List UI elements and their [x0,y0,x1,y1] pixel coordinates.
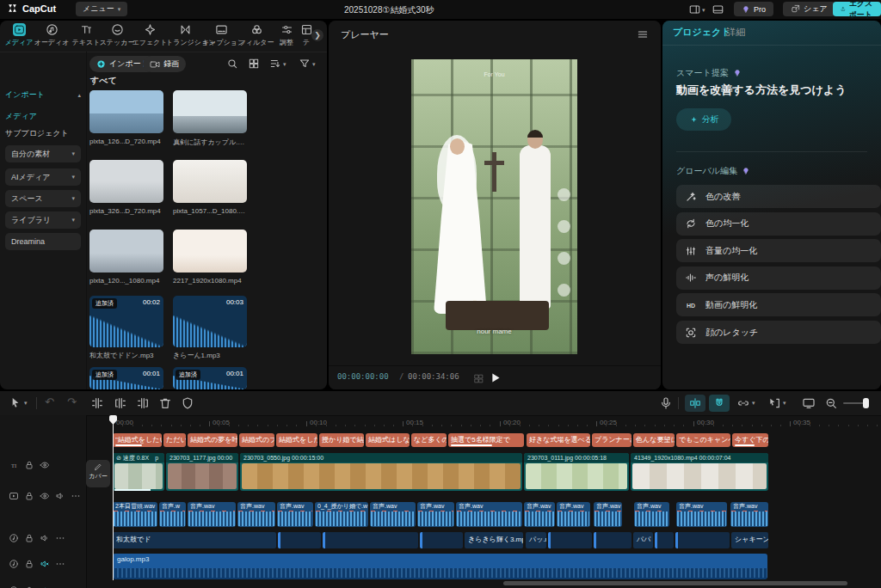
pro-badge[interactable]: Pro [734,2,773,16]
ti-icon[interactable]: TI [9,460,19,470]
sidebar-item-インポート[interactable]: インポート▴ [5,89,81,101]
play-button[interactable] [489,371,502,384]
voice-clip[interactable]: 音声.wav [456,502,522,527]
global-edit-音量の均一化[interactable]: 音量の均一化 [676,239,881,262]
mask-icon[interactable] [181,396,194,410]
global-edit-動画の鮮明化[interactable]: HD動画の鮮明化 [676,293,881,316]
media-thumbnail[interactable] [173,90,247,133]
speaker-icon[interactable] [55,491,65,501]
global-edit-色の均一化[interactable]: 色の均一化 [676,212,881,236]
lock-icon[interactable] [24,491,34,501]
lock-icon[interactable] [24,533,34,543]
zoom-out-icon[interactable] [824,396,838,410]
screen-preview-icon[interactable] [802,396,816,410]
chevron-down-icon[interactable]: ▾ [752,400,755,407]
undo-icon[interactable]: ↶ [45,395,54,408]
media-audio-tile[interactable]: 追加済00:01 [173,367,247,389]
voice-clip[interactable]: 音声.wav [417,502,454,527]
voice-clip[interactable]: 音声.wav [730,502,768,527]
tab-オーディオ[interactable]: オーディオ [33,23,71,47]
video-clip[interactable]: 41349_1920x1080.mp4 00:00:07:04 [631,453,768,491]
sfx-clip[interactable]: きらきら輝く3.mp3 [465,532,523,548]
text-clip[interactable]: 授かり婚で結婚式 [319,433,364,447]
lock-icon[interactable] [24,559,34,569]
sfx-clip[interactable]: 和太鼓でド [113,532,276,548]
chevron-down-icon[interactable]: ▾ [24,400,28,407]
split-icon[interactable] [90,396,104,410]
tabs-overflow-button[interactable]: ❯ [311,29,323,41]
track-header-sfx[interactable] [0,557,86,571]
delete-icon[interactable] [158,396,172,410]
eye-icon[interactable] [40,460,50,470]
text-clip[interactable]: 結婚式はしなくて [366,433,410,447]
voice-clip[interactable]: 音声.wav [188,502,236,527]
track-header-voice[interactable] [0,531,86,545]
sfx-clip[interactable]: パパ [633,532,653,548]
media-audio-tile[interactable]: 追加済00:02 [89,296,163,347]
voice-clip[interactable]: 音声.wav [524,502,555,527]
playhead-line[interactable] [113,415,114,580]
tab-project[interactable]: プロジェクト [673,26,731,39]
global-edit-色の改善[interactable]: 色の改善 [676,185,881,208]
player-layout-icon[interactable] [688,3,701,15]
text-clip[interactable]: 色んな要望に [633,433,675,447]
text-clip[interactable]: ただい [163,433,186,447]
sfx-clip[interactable] [655,532,674,548]
track-header-music[interactable] [0,584,86,588]
analyze-button[interactable]: 分析 [676,108,731,131]
sfx-clip[interactable] [278,532,321,548]
speaker-icon[interactable] [40,533,50,543]
voice-clip[interactable]: 音声.wav [557,502,590,527]
global-edit-声の鮮明化[interactable]: 声の鮮明化 [676,266,881,290]
auto-snap-toggle[interactable] [709,395,730,412]
text-clip[interactable]: 好きな式場を選べるか [527,433,590,447]
sfx-clip[interactable]: シャキーン1 [731,532,768,548]
media-thumbnail[interactable] [89,90,163,133]
sfx-clip[interactable] [594,532,631,548]
sfx-clip[interactable] [323,532,418,548]
timeline-zoom-knob[interactable] [863,398,869,408]
sidebar-item-スペース[interactable]: スペース▾ [5,190,81,207]
text-clip[interactable]: 今すぐ下の [732,433,768,447]
tab-トランジション[interactable]: トランジション [166,23,204,47]
cover-button[interactable]: カバー [86,460,110,487]
text-clip[interactable]: 抽選で5名様限定で [448,433,524,447]
video-clip[interactable]: ⊘ 速度 0.8X p [113,453,164,491]
text-clip[interactable]: でもこのキャンペーン [676,433,730,447]
voice-clip[interactable]: 音声.wav [370,502,416,527]
tab-エフェクト[interactable]: エフェクト [131,23,169,47]
voice-clip[interactable]: 音声.wav [676,502,727,527]
eye-icon[interactable] [40,491,50,501]
audio-clip-icon[interactable] [9,559,19,569]
sidebar-item-メディア[interactable]: メディア [5,111,81,122]
media-thumbnail[interactable] [89,160,163,203]
share-button[interactable]: シェア [783,2,835,16]
sidebar-item-Dreamina[interactable]: Dreamina [5,233,81,250]
track-header-text[interactable]: TI [0,458,86,472]
text-clip[interactable]: など多くの方 [411,433,447,447]
menu-button[interactable]: メニュー ▾ [76,2,127,16]
text-clip[interactable]: "結婚式をしたい [113,433,162,447]
video-icon[interactable] [9,491,19,501]
voice-clip[interactable]: 音声.wav [277,502,313,527]
trim-left-icon[interactable] [114,396,127,410]
media-thumbnail[interactable] [89,230,163,273]
media-thumbnail[interactable] [173,230,247,273]
voice-clip[interactable]: 音声.wav [237,502,275,527]
voice-clip[interactable]: 音声.wav [594,502,622,527]
text-clip[interactable]: 結婚式の夢を叶え [188,433,237,447]
media-audio-tile[interactable]: 00:03 [173,296,247,347]
chevron-down-icon[interactable]: ▾ [702,7,705,14]
sfx-clip[interactable] [548,532,592,548]
tab-キャプション[interactable]: キャプション [202,23,240,47]
voice-clip[interactable]: 0_4_授かり婚で.w [315,502,368,527]
redo-icon[interactable]: ↷ [67,395,77,408]
media-audio-tile[interactable]: 追加済00:01 [89,367,163,389]
video-clip[interactable]: 230703_0550.jpg 00:00:15:00 [240,453,522,491]
music-clip[interactable]: galop.mp3 [113,554,767,579]
preview-axis-toggle[interactable] [685,395,705,412]
dots-icon[interactable] [71,491,81,501]
media-thumbnail[interactable] [173,160,247,203]
link-icon[interactable] [736,396,750,410]
audio-clip-icon[interactable] [9,533,19,543]
